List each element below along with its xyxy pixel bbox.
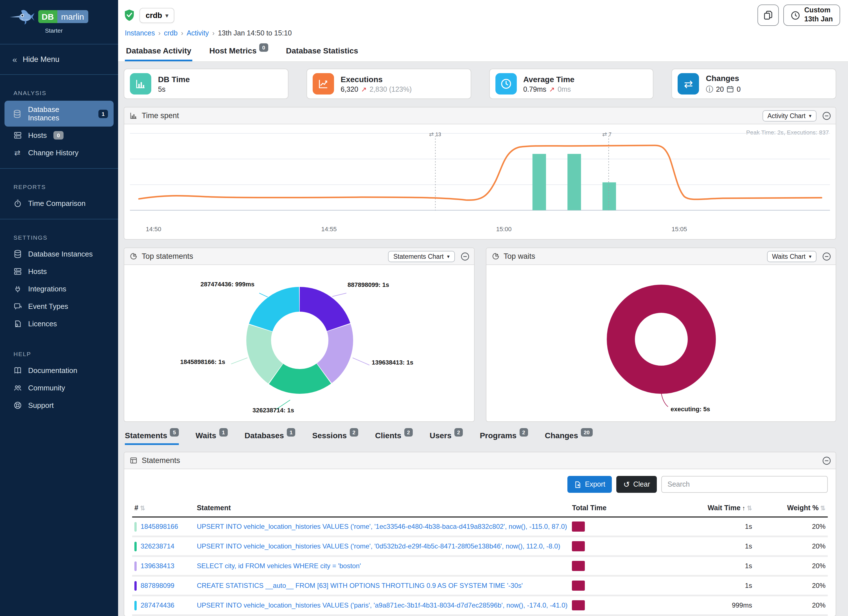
statement-id-link[interactable]: 139638413 <box>141 562 174 570</box>
activity-chart-select[interactable]: Activity Chart ▾ <box>762 110 817 121</box>
statement-id-link[interactable]: 887898099 <box>141 582 174 589</box>
statement-id-link[interactable]: 326238714 <box>141 542 174 550</box>
sidebar-item-integrations[interactable]: Integrations <box>0 280 118 298</box>
divider <box>0 219 118 220</box>
swap-arrows-icon: ⇄ <box>602 131 607 137</box>
breadcrumb-instances[interactable]: Instances <box>125 29 155 37</box>
card-changes[interactable]: ⇄ Changes ⓘ 20 0 <box>672 69 836 99</box>
chevron-down-icon: ▾ <box>809 254 811 259</box>
total-time-bar <box>572 541 585 551</box>
statement-id-link[interactable]: 287474436 <box>141 601 174 609</box>
card-average-time[interactable]: Average Time 0.79ms ↗ 0ms <box>489 69 654 99</box>
tab-databases[interactable]: Databases 1 <box>245 431 295 445</box>
tab-sessions[interactable]: Sessions 2 <box>312 431 358 445</box>
wait-time-value: 999ms <box>642 595 755 615</box>
sidebar-item-change-history[interactable]: ⇄ Change History <box>0 144 118 162</box>
time-spent-chart[interactable]: Peak Time: 2s, Executions: 837 <box>124 124 836 239</box>
book-icon <box>12 366 22 375</box>
statement-sql-link[interactable]: UPSERT INTO vehicle_location_histories V… <box>197 542 560 550</box>
clear-button[interactable]: ↺ Clear <box>617 476 657 493</box>
col-header-weight[interactable]: Weight %⇅ <box>755 501 828 517</box>
tab-users[interactable]: Users 2 <box>430 431 463 445</box>
card-title: Changes <box>706 73 741 82</box>
waits-chart-select[interactable]: Waits Chart ▾ <box>767 251 817 262</box>
col-header-statement[interactable]: Statement <box>194 501 570 517</box>
sidebar-item-time-comparison[interactable]: Time Comparison <box>0 194 118 212</box>
plug-icon <box>12 285 22 293</box>
search-input[interactable] <box>661 476 828 493</box>
tab-changes[interactable]: Changes 20 <box>545 431 592 445</box>
statements-donut-chart[interactable]: 287474436: 999ms 887898099: 1s 184589816… <box>124 265 474 422</box>
change-marker-label[interactable]: ⇄ 13 <box>429 131 441 137</box>
wait-time-value: 1s <box>642 556 755 576</box>
section-title: SETTINGS <box>0 229 118 245</box>
count-badge: 2 <box>404 428 413 436</box>
statements-chart-select[interactable]: Statements Chart ▾ <box>388 251 455 262</box>
col-header-id[interactable]: #⇅ <box>132 501 194 517</box>
breadcrumb-crdb[interactable]: crdb <box>164 29 178 37</box>
instance-selector[interactable]: crdb ▾ <box>139 7 175 23</box>
waits-donut-chart[interactable]: executing: 5s <box>486 265 836 422</box>
count-badge: 5 <box>170 428 179 436</box>
main-area: crdb ▾ Custom 13th Jan <box>118 0 848 616</box>
breadcrumb-activity[interactable]: Activity <box>187 29 209 37</box>
donut-label-287474436: 287474436: 999ms <box>200 281 255 288</box>
card-title: Executions <box>341 74 412 83</box>
x-tick: 14:50 <box>146 226 161 232</box>
statement-sql-link[interactable]: UPSERT INTO vehicle_location_histories V… <box>197 522 567 530</box>
panel-title: Statements <box>142 456 180 465</box>
statement-id-link[interactable]: 1845898166 <box>141 522 178 530</box>
tab-clients[interactable]: Clients 2 <box>375 431 413 445</box>
wait-time-value: 1s <box>642 517 755 536</box>
tab-programs[interactable]: Programs 2 <box>480 431 528 445</box>
tab-database-statistics[interactable]: Database Statistics <box>285 40 359 61</box>
sidebar-item-hosts[interactable]: Hosts 0 <box>0 126 118 144</box>
statement-sql-link[interactable]: CREATE STATISTICS __auto__ FROM [63] WIT… <box>197 582 523 589</box>
tab-statements[interactable]: Statements 5 <box>125 431 179 445</box>
sidebar-item-documentation[interactable]: Documentation <box>0 362 118 379</box>
tab-waits[interactable]: Waits 1 <box>196 431 228 445</box>
tab-label: Host Metrics <box>209 46 256 55</box>
brand-logo[interactable]: DB marlin Starter <box>0 0 118 38</box>
collapse-panel-icon[interactable] <box>822 111 831 120</box>
sidebar-item-support[interactable]: Support <box>0 396 118 414</box>
collapse-panel-icon[interactable] <box>822 252 831 261</box>
x-tick: 14:55 <box>321 226 337 232</box>
licence-document-icon <box>12 319 22 328</box>
sidebar-item-label: Change History <box>28 148 79 157</box>
collapse-panel-icon[interactable] <box>460 252 469 261</box>
tab-host-metrics[interactable]: Host Metrics 0 <box>208 40 269 61</box>
sidebar-item-database-instances[interactable]: Database Instances 1 <box>4 101 114 126</box>
sidebar-item-event-types[interactable]: Event Types <box>0 298 118 315</box>
donut-slice-executing[interactable] <box>621 299 701 380</box>
breadcrumb: Instances › crdb › Activity › 13th Jan 1… <box>125 29 840 37</box>
time-range-button[interactable]: Custom 13th Jan <box>784 4 840 26</box>
card-executions[interactable]: Executions 6,320 ↗ 2,830 (123%) <box>307 69 471 99</box>
copy-link-button[interactable] <box>758 4 779 26</box>
change-marker-label[interactable]: ⇄ 7 <box>602 131 612 137</box>
weight-value: 20% <box>755 556 828 576</box>
sidebar-item-community[interactable]: Community <box>0 379 118 396</box>
pie-chart-icon <box>130 252 137 260</box>
chevron-down-icon: ▾ <box>166 12 168 18</box>
sidebar-item-licences[interactable]: Licences <box>0 315 118 332</box>
export-button[interactable]: Export <box>568 476 612 493</box>
weight-value: 20% <box>755 595 828 615</box>
sidebar-section-reports: REPORTS Time Comparison <box>0 174 118 213</box>
content-area: DB Time 5s Executions 6,320 ↗ 2,830 (123… <box>118 62 848 616</box>
statement-sql-link[interactable]: SELECT city, id FROM vehicles WHERE city… <box>197 562 361 570</box>
tab-database-activity[interactable]: Database Activity <box>125 40 192 61</box>
card-db-time[interactable]: DB Time 5s <box>124 69 289 99</box>
collapse-panel-icon[interactable] <box>822 456 831 465</box>
sidebar-item-settings-database-instances[interactable]: Database Instances <box>0 245 118 263</box>
statement-sql-link[interactable]: UPSERT INTO vehicle_location_histories V… <box>197 601 568 609</box>
sidebar-item-settings-hosts[interactable]: Hosts <box>0 263 118 280</box>
card-title: Average Time <box>523 74 574 83</box>
col-header-total-time[interactable]: Total Time <box>570 501 642 517</box>
bar-chart-icon <box>130 112 137 119</box>
tab-label: Sessions <box>312 431 347 440</box>
col-header-wait-time[interactable]: Wait Time↑⇅ <box>642 501 755 517</box>
sort-ascending-icon: ↑ <box>742 505 746 511</box>
hide-menu-button[interactable]: « Hide Menu <box>0 50 118 69</box>
total-time-bar <box>572 521 585 531</box>
